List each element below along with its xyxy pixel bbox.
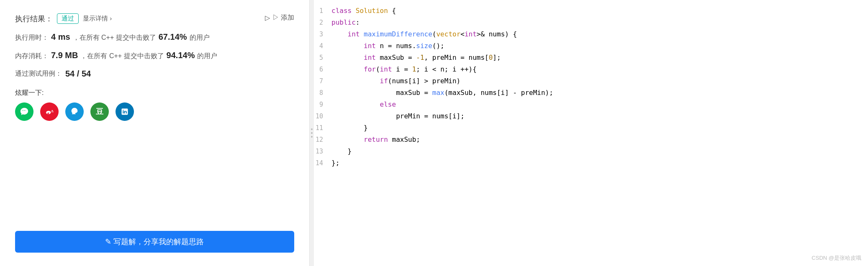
code-line: 4 int n = nums.size(); bbox=[314, 42, 868, 54]
mem-desc2: 的用户 bbox=[197, 52, 217, 61]
test-label: 通过测试用例： bbox=[15, 69, 62, 78]
code-panel: 1 class Solution { 2 public: 3 int maxim… bbox=[314, 0, 868, 266]
code-line: 5 int maxSub = -1, preMin = nums[0]; bbox=[314, 54, 868, 65]
qq-icon[interactable] bbox=[65, 102, 84, 121]
test-cases-row: 通过测试用例： 54 / 54 bbox=[15, 69, 294, 79]
code-line: 8 maxSub = max(maxSub, nums[i] - preMin)… bbox=[314, 89, 868, 100]
add-icon: ▷ bbox=[265, 14, 270, 22]
watermark: CSDN @是张哈皮哦 bbox=[812, 254, 861, 262]
add-button[interactable]: ▷ ▷ 添加 bbox=[265, 13, 294, 22]
code-line: 11 } bbox=[314, 124, 868, 136]
share-label: 炫耀一下: bbox=[15, 89, 294, 97]
time-desc2: 的用户 bbox=[190, 33, 210, 42]
douban-icon[interactable]: 豆 bbox=[90, 102, 109, 121]
result-row: 执行结果： 通过 显示详情 › bbox=[15, 13, 294, 24]
gutter-dot bbox=[311, 128, 313, 130]
code-line: 3 int maximumDifference(vector<int>& num… bbox=[314, 30, 868, 42]
mem-stat-row: 内存消耗： 7.9 MB ，在所有 C++ 提交中击败了 94.14% 的用户 bbox=[15, 51, 294, 61]
time-pct: 67.14% bbox=[159, 32, 187, 42]
add-label: ▷ 添加 bbox=[272, 13, 294, 22]
result-label: 执行结果： bbox=[15, 14, 53, 24]
time-label: 执行用时： bbox=[15, 33, 49, 42]
test-value: 54 / 54 bbox=[65, 69, 91, 79]
code-editor[interactable]: 1 class Solution { 2 public: 3 int maxim… bbox=[314, 0, 868, 266]
code-line: 10 preMin = nums[i]; bbox=[314, 112, 868, 124]
weibo-icon[interactable] bbox=[40, 102, 59, 121]
mem-label: 内存消耗： bbox=[15, 52, 49, 61]
time-stat-row: 执行用时： 4 ms ，在所有 C++ 提交中击败了 67.14% 的用户 bbox=[15, 32, 294, 42]
pass-badge: 通过 bbox=[57, 13, 79, 24]
mem-value: 7.9 MB bbox=[51, 51, 78, 60]
code-line: 2 public: bbox=[314, 18, 868, 30]
wechat-icon[interactable] bbox=[15, 102, 33, 121]
code-line: 13 } bbox=[314, 147, 868, 159]
code-line: 14 }; bbox=[314, 159, 868, 171]
panel-gutter bbox=[310, 0, 314, 266]
code-line: 7 if(nums[i] > preMin) bbox=[314, 77, 868, 89]
code-line: 6 for(int i = 1; i < n; i ++){ bbox=[314, 65, 868, 77]
social-icons: 豆 bbox=[15, 102, 294, 121]
time-value: 4 ms bbox=[51, 32, 70, 42]
show-detail-link[interactable]: 显示详情 › bbox=[83, 15, 112, 23]
time-desc1: ，在所有 C++ 提交中击败了 bbox=[73, 33, 156, 42]
gutter-dot bbox=[311, 136, 313, 138]
code-line: 1 class Solution { bbox=[314, 7, 868, 18]
result-panel: ▷ ▷ 添加 执行结果： 通过 显示详情 › 执行用时： 4 ms ，在所有 C… bbox=[0, 0, 310, 266]
gutter-dot bbox=[311, 132, 313, 134]
code-line: 12 return maxSub; bbox=[314, 136, 868, 147]
code-line: 9 else bbox=[314, 100, 868, 112]
linkedin-icon[interactable] bbox=[116, 102, 134, 121]
share-section: 炫耀一下: 豆 bbox=[15, 89, 294, 121]
mem-desc1: ，在所有 C++ 提交中击败了 bbox=[80, 52, 164, 61]
mem-pct: 94.14% bbox=[167, 51, 195, 60]
write-solution-button[interactable]: ✎ 写题解，分享我的解题思路 bbox=[15, 231, 294, 253]
